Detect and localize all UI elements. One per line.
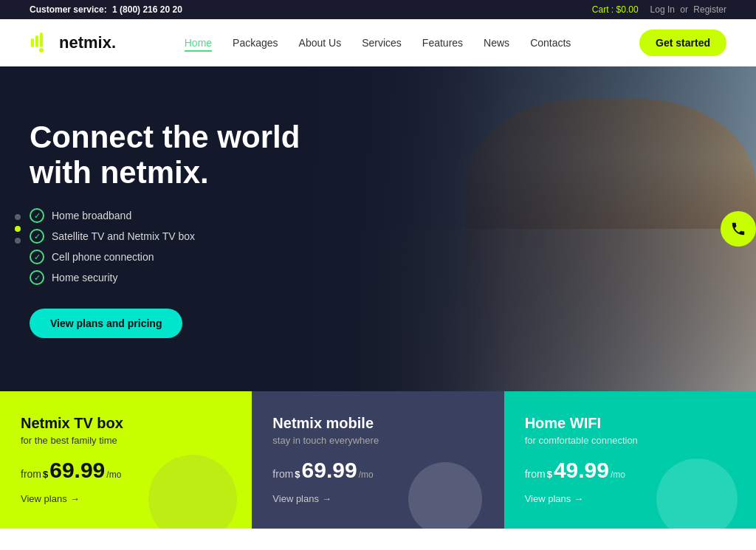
nav-link-contacts[interactable]: Contacts bbox=[530, 37, 571, 49]
svg-rect-2 bbox=[40, 32, 43, 47]
card-mobile-subtitle: stay in touch everywhere bbox=[272, 435, 483, 446]
logo-icon bbox=[30, 31, 53, 55]
auth-links: Log In or Register bbox=[650, 4, 726, 15]
feature-item-4: ✓ Home security bbox=[30, 270, 300, 285]
card-mobile-amount: 69.99 bbox=[302, 458, 357, 483]
hero-heading: Connect the world with netmix. bbox=[30, 120, 300, 191]
cart-label: Cart : bbox=[592, 4, 614, 15]
or-separator: or bbox=[680, 4, 688, 15]
customer-service: Customer service: 1 (800) 216 20 20 bbox=[30, 4, 182, 15]
card-mobile-bg-decoration bbox=[408, 462, 482, 529]
feature-item-1: ✓ Home broadband bbox=[30, 208, 300, 223]
card-mobile-from: from bbox=[272, 468, 293, 480]
check-icon-1: ✓ bbox=[30, 208, 44, 223]
bottom-section: Experience the magic of technology bbox=[0, 529, 756, 550]
card-mobile-arrow-icon: → bbox=[322, 493, 331, 504]
card-tv-subtitle: for the best family time bbox=[21, 435, 231, 446]
card-wifi-amount: 49.99 bbox=[554, 458, 609, 483]
feature-label-2: Satellite TV and Netmix TV box bbox=[52, 230, 195, 242]
hero-heading-line1: Connect the world bbox=[30, 120, 300, 154]
card-wifi-subtitle: for comfortable connection bbox=[525, 435, 735, 446]
nav-item-news[interactable]: News bbox=[484, 36, 509, 49]
card-mobile-link[interactable]: View plans → bbox=[272, 493, 331, 504]
phone-float-button[interactable] bbox=[721, 211, 756, 247]
svg-point-3 bbox=[39, 48, 44, 52]
nav-item-contacts[interactable]: Contacts bbox=[530, 36, 571, 49]
logo-text: netmix. bbox=[59, 33, 116, 52]
nav-item-home[interactable]: Home bbox=[185, 36, 212, 49]
card-tv-title: Netmix TV box bbox=[21, 415, 231, 432]
feature-label-1: Home broadband bbox=[52, 210, 131, 221]
top-bar-right: Cart : $0.00 Log In or Register bbox=[592, 4, 726, 15]
hero-content: Connect the world with netmix. ✓ Home br… bbox=[0, 75, 329, 383]
nav-item-services[interactable]: Services bbox=[362, 36, 402, 49]
feature-item-3: ✓ Cell phone connection bbox=[30, 250, 300, 264]
card-wifi-link-label: View plans bbox=[525, 493, 571, 504]
card-wifi-period: /mo bbox=[611, 470, 625, 480]
card-mobile-link-label: View plans bbox=[272, 493, 319, 504]
nav-link-features[interactable]: Features bbox=[422, 37, 463, 49]
nav-link-news[interactable]: News bbox=[484, 37, 509, 49]
get-started-button[interactable]: Get started bbox=[639, 30, 726, 56]
card-tv: Netmix TV box for the best family time f… bbox=[0, 391, 252, 529]
check-icon-3: ✓ bbox=[30, 250, 44, 264]
service-cards: Netmix TV box for the best family time f… bbox=[0, 391, 756, 529]
feature-item-2: ✓ Satellite TV and Netmix TV box bbox=[30, 229, 300, 244]
nav-item-features[interactable]: Features bbox=[422, 36, 463, 49]
card-wifi-from: from bbox=[525, 468, 546, 480]
card-tv-dollar: $ bbox=[43, 469, 48, 480]
svg-rect-0 bbox=[31, 38, 34, 47]
card-mobile-period: /mo bbox=[359, 470, 374, 480]
phone-number: 1 (800) 216 20 20 bbox=[112, 4, 182, 15]
nav-link-services[interactable]: Services bbox=[362, 37, 402, 49]
card-tv-link-label: View plans bbox=[21, 493, 67, 504]
phone-icon bbox=[730, 221, 746, 237]
cart: Cart : $0.00 bbox=[592, 4, 639, 15]
feature-label-3: Cell phone connection bbox=[52, 251, 154, 263]
check-icon-2: ✓ bbox=[30, 229, 44, 244]
svg-rect-1 bbox=[35, 35, 38, 47]
view-plans-button[interactable]: View plans and pricing bbox=[30, 309, 182, 338]
card-tv-amount: 69.99 bbox=[49, 458, 105, 483]
slider-dots bbox=[15, 214, 21, 244]
nav-link-packages[interactable]: Packages bbox=[233, 37, 278, 49]
nav-item-packages[interactable]: Packages bbox=[233, 36, 278, 49]
top-bar: Customer service: 1 (800) 216 20 20 Cart… bbox=[0, 0, 756, 19]
main-nav: netmix. Home Packages About Us Services … bbox=[0, 19, 756, 66]
logo[interactable]: netmix. bbox=[30, 31, 116, 55]
slide-dot-2[interactable] bbox=[15, 226, 21, 232]
slide-dot-1[interactable] bbox=[15, 214, 21, 220]
check-icon-4: ✓ bbox=[30, 270, 44, 285]
feature-label-4: Home security bbox=[52, 272, 117, 283]
card-wifi-dollar: $ bbox=[547, 469, 552, 480]
card-mobile-dollar: $ bbox=[295, 469, 300, 480]
hero-features-list: ✓ Home broadband ✓ Satellite TV and Netm… bbox=[30, 208, 300, 285]
nav-link-about[interactable]: About Us bbox=[299, 37, 342, 49]
hero-heading-line2: with netmix. bbox=[30, 155, 209, 190]
card-mobile: Netmix mobile stay in touch everywhere f… bbox=[252, 391, 504, 529]
nav-link-home[interactable]: Home bbox=[185, 37, 212, 52]
customer-service-label: Customer service: bbox=[30, 4, 107, 15]
card-tv-period: /mo bbox=[106, 470, 121, 480]
nav-links: Home Packages About Us Services Features… bbox=[185, 36, 571, 49]
card-tv-from: from bbox=[21, 468, 41, 480]
slide-dot-3[interactable] bbox=[15, 238, 21, 244]
card-wifi-link[interactable]: View plans → bbox=[525, 493, 584, 504]
cart-value: $0.00 bbox=[616, 4, 639, 15]
login-link[interactable]: Log In bbox=[650, 4, 675, 15]
register-link[interactable]: Register bbox=[693, 4, 726, 15]
hero-section: Connect the world with netmix. ✓ Home br… bbox=[0, 66, 756, 391]
card-wifi: Home WIFI for comfortable connection fro… bbox=[504, 391, 756, 529]
card-wifi-arrow-icon: → bbox=[574, 493, 583, 504]
nav-item-about[interactable]: About Us bbox=[299, 36, 342, 49]
card-tv-link[interactable]: View plans → bbox=[21, 493, 80, 504]
card-mobile-title: Netmix mobile bbox=[272, 415, 483, 432]
card-wifi-title: Home WIFI bbox=[525, 415, 735, 432]
card-tv-arrow-icon: → bbox=[70, 493, 80, 504]
